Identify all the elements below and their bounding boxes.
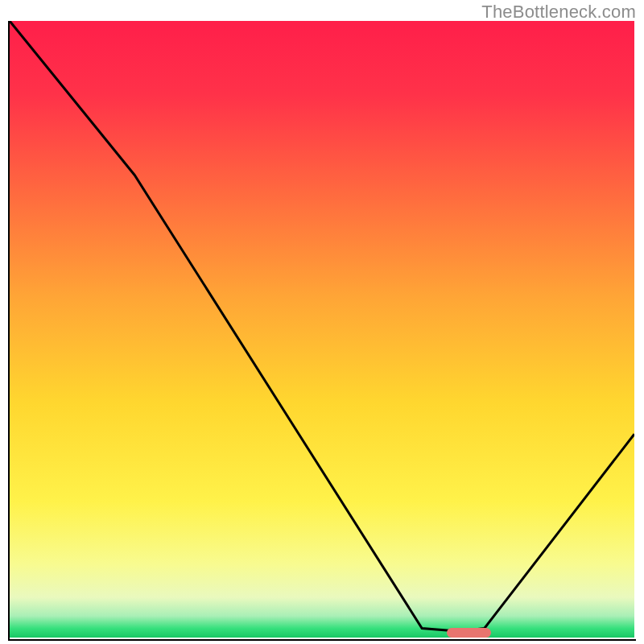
plot-area bbox=[10, 21, 634, 638]
optimum-marker bbox=[447, 628, 490, 638]
bottleneck-curve bbox=[10, 21, 634, 638]
watermark-text: TheBottleneck.com bbox=[481, 2, 636, 23]
